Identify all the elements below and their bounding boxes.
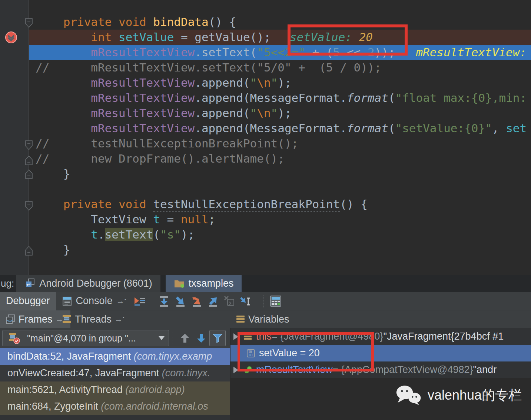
code-line[interactable]: // testNullExceptionBreakPoint();	[29, 136, 531, 151]
code-token	[36, 76, 91, 89]
code-token: ;	[209, 213, 216, 226]
code-line[interactable]: }	[29, 242, 531, 257]
code-token	[36, 30, 91, 44]
variable-row[interactable]: this = {JavaFragment@4980} "JavaFragment…	[230, 328, 531, 345]
code-token: \n	[257, 76, 271, 89]
code-token: null	[181, 213, 209, 226]
run-to-cursor-button[interactable]	[238, 293, 254, 309]
code-token: .append(MessageFormat.	[195, 121, 347, 135]
evaluate-expression-button[interactable]	[268, 293, 284, 309]
code-token	[36, 15, 63, 29]
code-area[interactable]: private void bindData() { int setValue =…	[29, 0, 531, 275]
breakpoint-icon[interactable]	[5, 31, 17, 44]
step-into-button[interactable]	[172, 293, 189, 309]
svg-text:10: 10	[248, 350, 252, 354]
code-token: private	[63, 197, 112, 211]
tab-threads[interactable]: Threads →▪	[56, 310, 129, 328]
debugger-toolbar: Debugger Console →▪	[0, 292, 531, 310]
code-line[interactable]: private void bindData() {	[29, 14, 531, 30]
debugger-attach-icon	[24, 278, 36, 289]
code-line[interactable]: mResultTextView.append("\n");	[29, 75, 531, 90]
code-token: t	[91, 228, 98, 241]
code-line[interactable]: mResultTextView.append(MessageFormat.for…	[29, 90, 531, 106]
frame-down-button[interactable]	[193, 330, 209, 346]
code-token: mResultTextView	[91, 76, 195, 89]
code-token: "5<<2="	[257, 46, 305, 59]
code-token: // new DropFrame().alertName();	[36, 152, 285, 165]
code-token	[146, 197, 153, 211]
code-token	[36, 197, 63, 211]
stack-frame-row[interactable]: main:684, ZygoteInit (com.android.intern…	[0, 398, 230, 415]
code-line[interactable]: int setValue = getValue();setValue: 20	[29, 30, 531, 45]
code-token: setText	[105, 228, 153, 241]
stack-frame-row[interactable]: bindData:52, JavaFragment (com.tinyx.exa…	[0, 348, 230, 365]
variable-row[interactable]: mResultTextView = {AppCompatTextView@498…	[230, 361, 531, 378]
code-token: (	[153, 228, 160, 241]
code-token: testNullExceptionBreakPoint	[153, 197, 340, 211]
step-out-button[interactable]	[205, 293, 221, 309]
code-token: setValue	[119, 30, 174, 44]
code-line[interactable]: mResultTextView.setText("5<<2=" + (5 << …	[29, 45, 531, 60]
code-line[interactable]: private void testNullExceptionBreakPoint…	[29, 197, 531, 212]
threads-icon	[62, 314, 72, 324]
debugger-inline-hint: setValue: 20	[290, 30, 373, 45]
wechat-icon	[396, 384, 422, 406]
variables-list: this = {JavaFragment@4980} "JavaFragment…	[230, 328, 531, 378]
variable-text: = {AppCompatTextView@4982}	[333, 364, 473, 376]
code-token: "	[271, 76, 278, 89]
code-token: format	[347, 91, 388, 104]
field-icon	[243, 366, 252, 374]
drop-frame-button[interactable]	[221, 293, 238, 309]
stack-frame-row[interactable]: main:5621, ActivityThread (android.app)	[0, 381, 230, 398]
code-token	[112, 197, 119, 211]
stack-frame-row[interactable]: onViewCreated:47, JavaFragment (com.tiny…	[0, 365, 230, 381]
variable-row[interactable]: 1001setValue = 20	[230, 345, 531, 361]
code-token: =	[160, 213, 181, 226]
thread-selector[interactable]: "main"@4,070 in group "...	[2, 330, 169, 346]
variable-text: this	[256, 331, 272, 342]
code-token: );	[181, 228, 195, 241]
code-token: .append(	[195, 106, 250, 120]
show-execution-point-button[interactable]	[132, 293, 148, 309]
thread-dropdown-button[interactable]	[154, 330, 169, 346]
code-token: mResultTextView	[91, 46, 195, 59]
code-line[interactable]: }	[29, 166, 531, 181]
tab-console[interactable]: Console →▪	[56, 292, 132, 310]
expand-arrow-icon[interactable]	[233, 333, 238, 340]
code-token	[112, 30, 119, 44]
code-token: () {	[209, 15, 236, 29]
primitive-icon: 1001	[246, 349, 255, 358]
hide-frames-filter-button[interactable]	[209, 330, 226, 346]
code-token	[36, 106, 91, 120]
tab-debugger[interactable]: Debugger	[0, 292, 56, 310]
tab-android-debugger[interactable]: Android Debugger (8601)	[16, 275, 160, 292]
frame-up-button[interactable]	[177, 330, 193, 346]
code-token: int	[91, 30, 112, 44]
code-line[interactable]: mResultTextView.append("\n");	[29, 106, 531, 121]
debug-label: ug:	[0, 275, 16, 292]
code-token	[36, 91, 91, 104]
code-token	[36, 228, 91, 241]
step-over-button[interactable]	[156, 293, 172, 309]
expand-arrow-icon[interactable]	[233, 367, 238, 373]
tab-overflow-arrow: →▪	[116, 296, 126, 306]
thread-selector-value: "main"@4,070 in group "...	[24, 333, 154, 344]
code-editor[interactable]: private void bindData() { int setValue =…	[0, 0, 531, 275]
editor-gutter[interactable]	[0, 0, 29, 275]
code-token: .append(MessageFormat.	[195, 91, 347, 104]
tab-label: Threads	[75, 314, 112, 325]
code-line[interactable]: // new DropFrame().alertName();	[29, 151, 531, 166]
tab-txsamples[interactable]: txsamples	[166, 275, 242, 292]
code-line[interactable]: // mResultTextView.setText("5/0" + (5 / …	[29, 60, 531, 75]
code-line[interactable]: TextView t = null;	[29, 212, 531, 227]
code-token: void	[119, 197, 146, 211]
force-step-into-button[interactable]	[189, 293, 205, 309]
code-line[interactable]: t.setText("s");	[29, 227, 531, 242]
code-token: = getValue();	[174, 30, 271, 44]
debugger-field-hint: mResultTextView:	[416, 45, 527, 60]
code-token: format	[347, 121, 388, 135]
variable-text: mResultTextView	[256, 364, 333, 376]
code-line[interactable]	[29, 181, 531, 197]
code-line[interactable]: mResultTextView.append(MessageFormat.for…	[29, 121, 531, 136]
session-tab-bar: ug: Android Debugger (8601)	[0, 275, 531, 292]
